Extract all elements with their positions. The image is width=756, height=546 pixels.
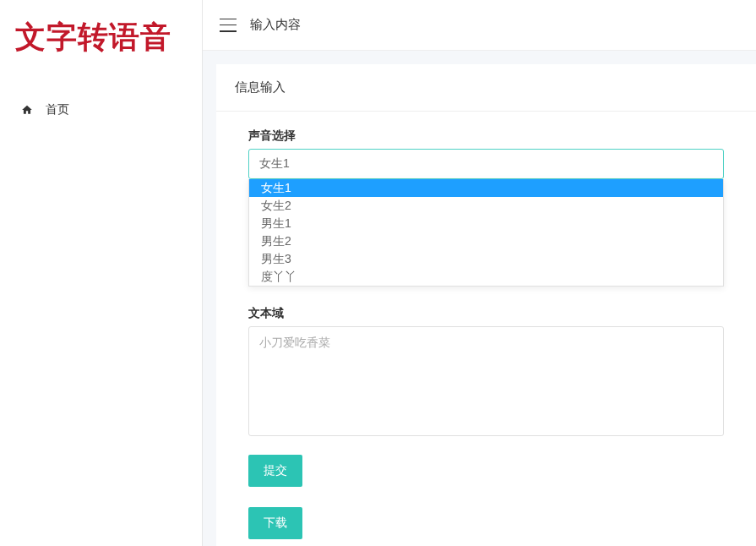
download-button[interactable]: 下载 xyxy=(248,507,302,539)
content-card: 信息输入 声音选择 女生1 女生2 男生1 男生2 男生3 度丫丫 文本域 提交… xyxy=(216,64,756,546)
content-textarea[interactable] xyxy=(248,326,724,436)
voice-select-input[interactable] xyxy=(248,149,724,179)
voice-select-wrap: 女生1 女生2 男生1 男生2 男生3 度丫丫 xyxy=(248,149,724,179)
voice-dropdown: 女生1 女生2 男生1 男生2 男生3 度丫丫 xyxy=(248,179,724,287)
voice-option-3[interactable]: 男生1 xyxy=(249,215,723,232)
textarea-label: 文本域 xyxy=(248,306,724,321)
voice-option-1[interactable]: 女生1 xyxy=(249,179,723,197)
sidebar-item-label: 首页 xyxy=(46,102,69,117)
menu-toggle-icon[interactable] xyxy=(220,19,237,32)
form-body: 声音选择 女生1 女生2 男生1 男生2 男生3 度丫丫 文本域 提交 下载 xyxy=(216,112,756,546)
textarea-group: 文本域 xyxy=(248,306,724,440)
card-header: 信息输入 xyxy=(216,64,756,112)
voice-option-6[interactable]: 度丫丫 xyxy=(249,268,723,286)
page-title: 输入内容 xyxy=(250,17,301,33)
voice-option-2[interactable]: 女生2 xyxy=(249,197,723,215)
app-logo: 文字转语音 xyxy=(0,0,202,75)
submit-button[interactable]: 提交 xyxy=(248,455,302,487)
voice-select-label: 声音选择 xyxy=(248,128,724,144)
voice-option-4[interactable]: 男生2 xyxy=(249,232,723,250)
sidebar: 文字转语音 首页 xyxy=(0,0,203,546)
voice-select-group: 声音选择 女生1 女生2 男生1 男生2 男生3 度丫丫 xyxy=(248,128,724,179)
home-icon xyxy=(20,103,34,117)
sidebar-item-home[interactable]: 首页 xyxy=(0,92,202,128)
topbar: 输入内容 xyxy=(203,0,756,51)
voice-option-5[interactable]: 男生3 xyxy=(249,250,723,268)
